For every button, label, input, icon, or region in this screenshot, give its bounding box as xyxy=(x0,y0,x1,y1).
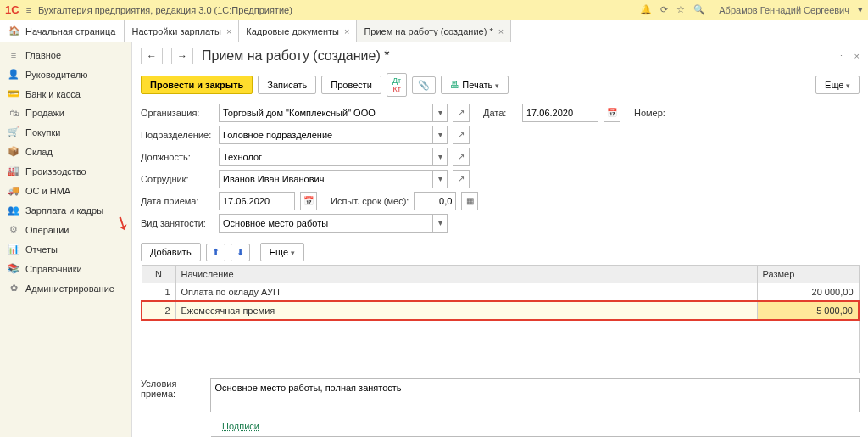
dropdown-icon[interactable]: ▾ xyxy=(432,104,447,121)
dropdown-icon[interactable]: ▾ xyxy=(432,148,447,165)
pos-field[interactable]: ▾ xyxy=(219,148,448,166)
hire-date-input[interactable] xyxy=(220,196,294,206)
dropdown-icon[interactable]: ▾ xyxy=(432,126,447,143)
calc-icon[interactable]: ▦ xyxy=(461,192,478,210)
open-ref-button[interactable]: ↗ xyxy=(453,148,470,166)
dept-field[interactable]: ▾ xyxy=(219,126,448,144)
dropdown-icon[interactable]: ▾ xyxy=(432,171,447,188)
home-tab-label: Начальная страница xyxy=(25,26,115,36)
star-icon[interactable]: ☆ xyxy=(676,4,685,15)
sidebar-item-main[interactable]: ≡Главное xyxy=(0,46,131,64)
open-ref-button[interactable]: ↗ xyxy=(453,170,470,188)
emp-input[interactable] xyxy=(220,174,432,184)
probation-field[interactable] xyxy=(414,192,456,210)
calendar-icon[interactable]: 📅 xyxy=(300,192,317,210)
post-close-button[interactable]: Провести и закрыть xyxy=(141,76,253,94)
probation-input[interactable] xyxy=(415,196,455,206)
forward-button[interactable]: → xyxy=(171,48,193,64)
sidebar-item-manager[interactable]: 👤Руководителю xyxy=(0,64,131,84)
calendar-icon[interactable]: 📅 xyxy=(604,104,620,122)
emptype-input[interactable] xyxy=(220,218,432,228)
tab-hr-documents[interactable]: Кадровые документы × xyxy=(239,20,357,42)
sidebar-item-reference[interactable]: 📚Справочники xyxy=(0,259,131,278)
open-ref-button[interactable]: ↗ xyxy=(453,126,470,144)
user-name[interactable]: Абрамов Геннадий Сергеевич xyxy=(719,5,849,15)
org-input[interactable] xyxy=(220,108,432,118)
sidebar-item-sales[interactable]: 🛍Продажи xyxy=(0,104,131,122)
emptype-field[interactable]: ▾ xyxy=(219,214,448,233)
print-button[interactable]: 🖶 Печать xyxy=(441,76,509,94)
add-row-button[interactable]: Добавить xyxy=(141,243,201,261)
save-button[interactable]: Записать xyxy=(258,76,316,94)
sidebar-item-purchase[interactable]: 🛒Покупки xyxy=(0,122,131,142)
bag-icon: 🛍 xyxy=(7,108,20,118)
gear-icon: ⚙ xyxy=(7,224,20,235)
app-title: Бухгалтерия предприятия, редакция 3.0 (1… xyxy=(38,5,640,15)
col-name[interactable]: Начисление xyxy=(175,266,757,283)
close-icon[interactable]: × xyxy=(344,26,349,36)
list-icon: ≡ xyxy=(7,50,20,60)
conditions-textarea[interactable]: Основное место работы, полная занятость xyxy=(210,378,860,412)
signatures-link[interactable]: Подписи xyxy=(222,421,259,431)
back-button[interactable]: ← xyxy=(141,48,163,64)
sidebar-item-reports[interactable]: 📊Отчеты xyxy=(0,239,131,259)
sidebar-item-label: Производство xyxy=(25,166,86,176)
close-icon[interactable]: × xyxy=(498,26,504,36)
open-ref-button[interactable]: ↗ xyxy=(453,104,470,122)
sidebar-item-warehouse[interactable]: 📦Склад xyxy=(0,142,131,161)
attach-button[interactable]: 📎 xyxy=(412,76,436,94)
tab-payroll-settings[interactable]: Настройки зарплаты × xyxy=(125,20,239,42)
truck-icon: 🚚 xyxy=(7,185,20,196)
close-panel-icon[interactable]: × xyxy=(854,51,860,62)
dept-input[interactable] xyxy=(220,130,432,140)
dtkt-button[interactable]: ДтКт xyxy=(387,73,407,97)
kebab-icon[interactable]: ⋮ xyxy=(837,51,846,62)
hire-date-field[interactable] xyxy=(219,192,295,210)
sidebar-item-label: Справочники xyxy=(25,264,82,274)
col-n[interactable]: N xyxy=(142,266,175,283)
move-down-button[interactable]: ⬇ xyxy=(231,244,250,261)
move-up-button[interactable]: ⬆ xyxy=(206,244,225,261)
sidebar-item-assets[interactable]: 🚚ОС и НМА xyxy=(0,181,131,200)
table-row-empty[interactable] xyxy=(142,320,859,373)
probation-label: Испыт. срок (мес): xyxy=(331,196,409,206)
sidebar-item-bank[interactable]: 💳Банк и касса xyxy=(0,84,131,104)
close-icon[interactable]: × xyxy=(226,26,231,36)
bell-icon[interactable]: 🔔 xyxy=(640,4,652,15)
home-tab[interactable]: 🏠 Начальная страница xyxy=(0,20,125,42)
menu-icon[interactable]: ≡ xyxy=(26,5,31,15)
pos-input[interactable] xyxy=(220,152,432,162)
chart-icon: 📊 xyxy=(7,244,20,255)
dropdown-icon[interactable]: ▾ xyxy=(432,215,447,232)
cell-n: 2 xyxy=(142,301,175,320)
col-size[interactable]: Размер xyxy=(757,266,859,283)
more-button[interactable]: Еще xyxy=(815,76,860,94)
table-row[interactable]: 1 Оплата по окладу АУП 20 000,00 xyxy=(142,283,859,302)
sidebar: ≡Главное 👤Руководителю 💳Банк и касса 🛍Пр… xyxy=(0,42,132,437)
sidebar-item-hr[interactable]: 👥Зарплата и кадры xyxy=(0,200,131,220)
tab-hire-create[interactable]: Прием на работу (создание) * × xyxy=(357,20,511,42)
sidebar-item-label: Главное xyxy=(25,50,61,60)
user-menu-icon[interactable]: ▾ xyxy=(858,4,863,15)
emp-field[interactable]: ▾ xyxy=(219,170,448,188)
search-icon[interactable]: 🔍 xyxy=(693,4,705,15)
emp-label: Сотрудник: xyxy=(141,174,214,184)
sidebar-item-admin[interactable]: ✿Администрирование xyxy=(0,278,131,298)
sidebar-item-production[interactable]: 🏭Производство xyxy=(0,161,131,181)
people-icon: 👥 xyxy=(7,204,20,216)
post-button[interactable]: Провести xyxy=(321,76,381,94)
pos-label: Должность: xyxy=(141,152,214,162)
org-label: Организация: xyxy=(141,108,214,118)
table-more-button[interactable]: Еще xyxy=(260,243,304,261)
cart-icon: 🛒 xyxy=(7,126,20,137)
date-field[interactable] xyxy=(522,104,598,122)
table-row-selected[interactable]: 2 Ежемесячная премия 5 000,00 xyxy=(142,301,859,320)
history-icon[interactable]: ⟳ xyxy=(660,4,668,15)
number-label: Номер: xyxy=(634,108,676,118)
dept-label: Подразделение: xyxy=(141,130,214,140)
sidebar-item-label: Операции xyxy=(25,225,69,235)
cell-size: 20 000,00 xyxy=(757,283,859,302)
org-field[interactable]: ▾ xyxy=(219,104,448,122)
date-input[interactable] xyxy=(523,108,598,118)
hire-label: Дата приема: xyxy=(141,196,214,206)
